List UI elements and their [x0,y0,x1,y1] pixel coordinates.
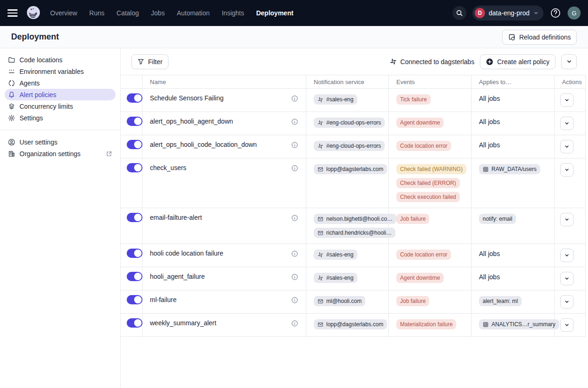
applies-to-cell: alert_team: ml [472,290,555,314]
info-icon[interactable] [291,214,298,222]
dagster-logo-icon[interactable] [25,5,42,21]
filter-button[interactable]: Filter [131,54,168,69]
events-cell: Code location error [389,244,472,267]
reload-definitions-button[interactable]: Reload definitions [502,30,577,45]
event-badge: Job failure [396,296,429,306]
sidebar-item-organization-settings[interactable]: Organization settings [5,148,116,159]
notification-service-cell: lopp@dagsterlabs.com [306,158,389,208]
info-icon[interactable] [291,95,298,102]
enabled-toggle[interactable] [127,117,142,126]
info-icon[interactable] [291,273,298,281]
enabled-toggle[interactable] [127,272,142,281]
agents-icon [8,79,15,87]
sidebar-item-alert-policies[interactable]: Alert policies [5,89,116,100]
create-alert-policy-label: Create alert policy [497,58,549,66]
info-icon[interactable] [291,250,298,257]
notification-label: #sales-eng [326,251,354,258]
asset-grid-icon [483,166,489,172]
events-cell: Tick failure [389,89,472,112]
info-icon[interactable] [291,296,298,304]
filter-label: Filter [148,58,162,66]
sidebar-item-label: Environment variables [19,68,84,75]
policy-name: ml-failure [150,296,177,303]
workspace-switcher[interactable]: D data-eng-prod [472,6,543,20]
help-button[interactable] [549,7,562,19]
events-cell: Agent downtime [389,267,472,290]
toggle-cell [121,314,142,337]
info-icon[interactable] [291,118,298,125]
applies-to-asset-chip: ANALYTICS…r_summary [479,319,559,329]
row-actions-button[interactable] [560,163,574,177]
sidebar-item-label: Code locations [19,56,63,64]
nav-item-deployment[interactable]: Deployment [256,9,293,17]
column-header-events: Events [389,75,472,89]
name-cell: alert_ops_hooli_code_location_down [142,135,306,158]
toggle-cell [121,112,142,135]
events-cell: Agent downtime [389,112,472,135]
sidebar-item-user-settings[interactable]: User settings [5,136,116,148]
row-actions-button[interactable] [560,117,574,130]
more-actions-dropdown-button[interactable] [561,54,577,69]
table-row: alert_ops_hooli_code_location_down#eng-c… [121,135,586,158]
row-actions-button[interactable] [560,318,574,332]
event-badge: Code location error [396,250,451,260]
applies-to-label: RAW_DATA/users [491,166,536,172]
sidebar-item-concurrency-limits[interactable]: Concurrency limits [5,100,116,112]
applies-to-cell: All jobs [472,267,555,290]
enabled-toggle[interactable] [127,318,142,328]
actions-cell [555,135,586,158]
envelope-icon [317,166,323,172]
row-actions-button[interactable] [560,249,574,262]
envelope-icon [317,216,323,222]
reload-definitions-label: Reload definitions [519,33,571,41]
sidebar-item-agents[interactable]: Agents [5,77,116,89]
event-badge: Check failed (ERROR) [396,178,460,188]
nav-item-runs[interactable]: Runs [89,9,104,17]
nav-item-overview[interactable]: Overview [50,9,77,17]
row-actions-button[interactable] [560,213,574,226]
applies-to-cell: notify: email [472,208,555,244]
row-actions-button[interactable] [560,140,574,153]
info-icon[interactable] [291,320,298,327]
sidebar-item-code-locations[interactable]: Code locations [5,54,116,66]
column-header-notification-service: Notification service [306,75,389,89]
info-icon[interactable] [291,141,298,149]
sidebar-item-settings[interactable]: Settings [5,112,116,124]
policy-name: email-failture-alert [150,214,202,221]
enabled-toggle[interactable] [127,93,142,103]
toggle-cell [121,244,142,267]
nav-item-automation[interactable]: Automation [177,9,210,17]
name-cell: Schedule Sensors Failing [142,89,306,112]
nav-item-insights[interactable]: Insights [222,9,244,17]
notification-chip: #eng-cloud-ops-errors [314,141,385,151]
policy-name: check_users [150,164,187,171]
enabled-toggle[interactable] [127,249,142,258]
name-cell: hooli_agent_failure [142,267,306,290]
sidebar-item-environment-variables[interactable]: Environment variables [5,66,116,77]
name-cell: hooli code location failure [142,244,306,267]
enabled-toggle[interactable] [127,295,142,304]
envelope-icon [317,298,323,304]
info-icon[interactable] [291,164,298,172]
notification-service-cell: lopp@dagsterlabs.com [306,314,389,337]
enabled-toggle[interactable] [127,140,142,149]
help-icon [550,7,561,19]
create-alert-policy-button[interactable]: Create alert policy [480,54,556,69]
user-avatar[interactable]: G [568,7,581,20]
user-circle-icon [8,138,15,146]
toggle-cell [121,208,142,244]
row-actions-button[interactable] [560,272,574,285]
enabled-toggle[interactable] [127,213,142,222]
hamburger-menu-icon[interactable] [7,7,19,19]
toggle-cell [121,267,142,290]
search-button[interactable] [452,6,466,20]
row-actions-button[interactable] [560,295,574,309]
row-actions-button[interactable] [560,93,574,107]
nav-item-jobs[interactable]: Jobs [151,9,165,17]
nav-item-catalog[interactable]: Catalog [116,9,139,17]
page-header: Deployment Reload definitions [0,26,588,48]
main-content: Filter Connected to dagsterlabs Create a… [121,48,588,388]
event-badge: Materialization failure [396,319,456,329]
applies-to-asset-chip: RAW_DATA/users [479,164,540,174]
enabled-toggle[interactable] [127,163,142,172]
